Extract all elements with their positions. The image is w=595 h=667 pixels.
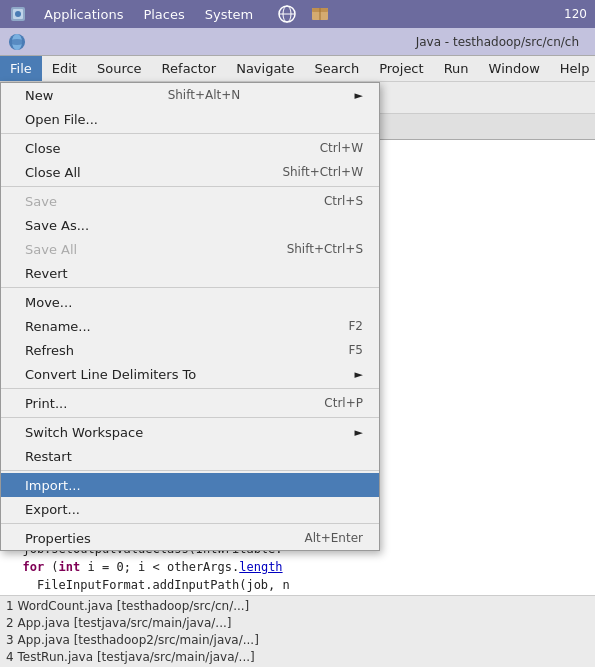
menu-search[interactable]: Search bbox=[304, 56, 369, 81]
system-menu[interactable]: System bbox=[201, 5, 257, 24]
package-icon bbox=[309, 2, 331, 27]
separator bbox=[1, 287, 379, 288]
menu-item-print[interactable]: Print... Ctrl+P bbox=[1, 391, 379, 415]
menu-item-save: Save Ctrl+S bbox=[1, 189, 379, 213]
menu-edit[interactable]: Edit bbox=[42, 56, 87, 81]
menu-item-rename[interactable]: Rename... F2 bbox=[1, 314, 379, 338]
menu-item-switch-workspace[interactable]: Switch Workspace ► bbox=[1, 420, 379, 444]
separator bbox=[1, 523, 379, 524]
menu-item-new[interactable]: New Shift+Alt+N ► bbox=[1, 83, 379, 107]
recent-file-3[interactable]: 3 App.java [testhadoop2/src/main/java/..… bbox=[6, 632, 589, 648]
separator bbox=[1, 133, 379, 134]
svg-point-11 bbox=[9, 39, 25, 45]
menu-window[interactable]: Window bbox=[479, 56, 550, 81]
window-title: Java - testhadoop/src/cn/ch bbox=[32, 35, 587, 49]
code-line: FileInputFormat.addInputPath(job, n bbox=[8, 576, 587, 594]
menu-refactor[interactable]: Refactor bbox=[152, 56, 227, 81]
menu-help[interactable]: Help bbox=[550, 56, 595, 81]
menu-item-save-all: Save All Shift+Ctrl+S bbox=[1, 237, 379, 261]
menu-item-save-as[interactable]: Save As... bbox=[1, 213, 379, 237]
menu-item-properties[interactable]: Properties Alt+Enter bbox=[1, 526, 379, 550]
separator bbox=[1, 417, 379, 418]
menu-item-close[interactable]: Close Ctrl+W bbox=[1, 136, 379, 160]
menu-navigate[interactable]: Navigate bbox=[226, 56, 304, 81]
eclipse-icon bbox=[8, 33, 26, 51]
menu-item-revert[interactable]: Revert bbox=[1, 261, 379, 285]
separator bbox=[1, 388, 379, 389]
svg-point-2 bbox=[15, 11, 21, 17]
globe-icon bbox=[277, 4, 297, 24]
recent-files-bar: 1 WordCount.java [testhadoop/src/cn/...]… bbox=[0, 595, 595, 667]
recent-file-1[interactable]: 1 WordCount.java [testhadoop/src/cn/...] bbox=[6, 598, 589, 614]
menu-item-close-all[interactable]: Close All Shift+Ctrl+W bbox=[1, 160, 379, 184]
menu-item-export[interactable]: Export... bbox=[1, 497, 379, 521]
places-menu[interactable]: Places bbox=[139, 5, 188, 24]
menu-project[interactable]: Project bbox=[369, 56, 433, 81]
eclipse-titlebar: Java - testhadoop/src/cn/ch bbox=[0, 28, 595, 56]
menu-run[interactable]: Run bbox=[434, 56, 479, 81]
file-dropdown-menu: New Shift+Alt+N ► Open File... Close Ctr… bbox=[0, 82, 380, 551]
recent-file-2[interactable]: 2 App.java [testjava/src/main/java/...] bbox=[6, 615, 589, 631]
code-line: for (int i = 0; i < otherArgs.length bbox=[8, 558, 587, 576]
separator bbox=[1, 186, 379, 187]
menu-bar: File Edit Source Refactor Navigate Searc… bbox=[0, 56, 595, 82]
menu-item-move[interactable]: Move... bbox=[1, 290, 379, 314]
menu-source[interactable]: Source bbox=[87, 56, 152, 81]
applications-menu[interactable]: Applications bbox=[40, 5, 127, 24]
app-icon bbox=[8, 4, 28, 24]
menu-item-restart[interactable]: Restart bbox=[1, 444, 379, 468]
menu-item-import[interactable]: Import... bbox=[1, 473, 379, 497]
recent-file-4[interactable]: 4 TestRun.java [testjava/src/main/java/.… bbox=[6, 649, 589, 665]
gnome-panel: Applications Places System 120 bbox=[0, 0, 595, 28]
menu-item-open-file[interactable]: Open File... bbox=[1, 107, 379, 131]
clock: 120 bbox=[564, 7, 587, 21]
menu-file[interactable]: File bbox=[0, 56, 42, 81]
menu-item-convert-delimiters[interactable]: Convert Line Delimiters To ► bbox=[1, 362, 379, 386]
separator bbox=[1, 470, 379, 471]
menu-item-refresh[interactable]: Refresh F5 bbox=[1, 338, 379, 362]
